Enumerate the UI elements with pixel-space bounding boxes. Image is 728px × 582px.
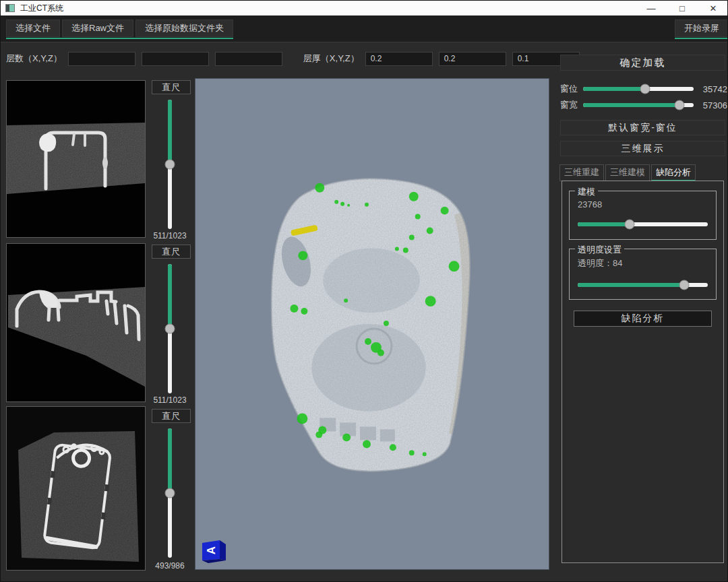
opacity-slider[interactable]: [578, 283, 708, 287]
ruler-group-axial: 直尺 511/1023: [148, 80, 192, 238]
slice-view-sagittal[interactable]: [6, 406, 146, 571]
thickness-y-input[interactable]: [439, 52, 506, 66]
slice-slider-coronal-handle[interactable]: [165, 324, 175, 334]
select-raw-file-button[interactable]: 选择Raw文件: [62, 20, 133, 37]
slice-view-coronal[interactable]: [6, 243, 146, 402]
analysis-tabs: 三维重建 三维建模 缺陷分析: [559, 164, 696, 181]
layers-y-input[interactable]: [142, 52, 209, 66]
thickness-label: 层厚（X,Y,Z）: [303, 53, 359, 65]
defect-analysis-button[interactable]: 缺陷分析: [574, 311, 712, 327]
slice-slider-sagittal[interactable]: [168, 428, 172, 558]
window-width-slider[interactable]: [583, 103, 694, 107]
layers-x-input[interactable]: [68, 52, 135, 66]
start-record-button[interactable]: 开始录屏: [675, 20, 728, 37]
confirm-load-button[interactable]: 确定加载: [560, 55, 725, 71]
record-button-wrap: 开始录屏: [675, 20, 728, 39]
opacity-value-label: 透明度：84: [578, 257, 622, 269]
window-level-label: 窗位: [560, 83, 583, 95]
modeling-groupbox: 建模 23768: [569, 191, 717, 240]
parameter-row: 层数（X,Y,Z） 层厚（X,Y,Z）: [1, 43, 553, 74]
ruler-group-coronal: 直尺 511/1023: [148, 245, 192, 402]
maximize-button[interactable]: □: [667, 1, 698, 15]
ruler-group-sagittal: 直尺 493/986: [148, 409, 192, 567]
default-ww-wl-button[interactable]: 默认窗宽-窗位: [560, 120, 725, 135]
tab-3d-modeling[interactable]: 三维建模: [605, 164, 650, 181]
app-window: 工业CT系统 — □ ✕ 选择文件 选择Raw文件 选择原始数据文件夹 开始录屏…: [0, 0, 728, 582]
close-button[interactable]: ✕: [698, 1, 728, 15]
slice-position-axial: 511/1023: [144, 231, 196, 240]
app-icon: [5, 4, 15, 12]
ruler-button-sagittal[interactable]: 直尺: [152, 409, 191, 423]
viewport-3d[interactable]: A: [195, 78, 549, 570]
display-3d-button[interactable]: 三维展示: [560, 141, 725, 156]
opacity-legend: 透明度设置: [575, 244, 624, 256]
defect-analysis-pane: 建模 23768 透明度设置 透明度：84 缺陷分析: [562, 181, 724, 563]
layers-label: 层数（X,Y,Z）: [6, 53, 62, 65]
slice-slider-sagittal-handle[interactable]: [165, 488, 175, 498]
minimize-button[interactable]: —: [636, 1, 667, 15]
select-file-button[interactable]: 选择文件: [6, 20, 60, 37]
window-level-value: 35742: [698, 84, 727, 94]
opacity-slider-handle[interactable]: [679, 280, 690, 290]
tab-defect-analysis[interactable]: 缺陷分析: [651, 164, 696, 181]
select-raw-folder-button[interactable]: 选择原始数据文件夹: [135, 20, 233, 37]
slice-position-sagittal: 493/986: [144, 561, 196, 571]
orientation-cube[interactable]: A: [200, 536, 229, 564]
toolbar: 选择文件 选择Raw文件 选择原始数据文件夹 开始录屏: [1, 15, 728, 42]
ruler-button-coronal[interactable]: 直尺: [152, 245, 191, 259]
ruler-button-axial[interactable]: 直尺: [152, 80, 191, 94]
modeling-slider-handle[interactable]: [625, 220, 635, 230]
tab-3d-reconstruction[interactable]: 三维重建: [559, 164, 604, 181]
slice-view-axial[interactable]: [6, 80, 146, 238]
window-width-slider-handle[interactable]: [674, 100, 684, 110]
modeling-legend: 建模: [575, 186, 598, 198]
window-level-row: 窗位 35742: [560, 84, 727, 94]
ct-volume: [195, 79, 549, 569]
window-level-slider[interactable]: [583, 87, 694, 91]
window-level-slider-handle[interactable]: [640, 84, 650, 94]
window-width-value: 57306: [698, 100, 727, 110]
slice-slider-axial[interactable]: [168, 100, 172, 229]
window-title: 工业CT系统: [20, 3, 63, 14]
orientation-cube-letter: A: [205, 546, 218, 554]
window-width-row: 窗宽 57306: [560, 100, 727, 110]
layers-z-input[interactable]: [215, 52, 282, 66]
file-button-group: 选择文件 选择Raw文件 选择原始数据文件夹: [6, 20, 233, 39]
opacity-groupbox: 透明度设置 透明度：84: [569, 249, 717, 300]
slice-position-coronal: 511/1023: [144, 395, 196, 405]
thickness-x-input[interactable]: [365, 52, 433, 66]
modeling-value: 23768: [578, 199, 602, 209]
slice-slider-axial-handle[interactable]: [165, 160, 175, 170]
window-width-label: 窗宽: [560, 99, 583, 111]
modeling-slider[interactable]: [578, 222, 708, 226]
slice-slider-coronal[interactable]: [168, 264, 172, 393]
title-bar: 工业CT系统 — □ ✕: [1, 1, 728, 15]
